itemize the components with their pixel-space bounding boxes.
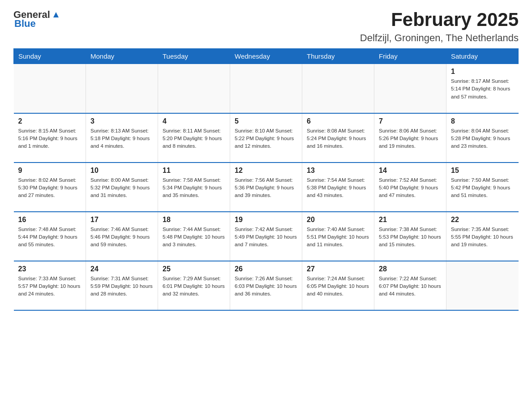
col-monday: Monday	[86, 49, 158, 64]
calendar-cell: 1Sunrise: 8:17 AM Sunset: 5:14 PM Daylig…	[446, 64, 519, 113]
col-friday: Friday	[374, 49, 446, 64]
calendar-week-row: 2Sunrise: 8:15 AM Sunset: 5:16 PM Daylig…	[14, 113, 519, 163]
day-number: 9	[18, 167, 82, 175]
calendar-cell: 2Sunrise: 8:15 AM Sunset: 5:16 PM Daylig…	[14, 113, 86, 163]
calendar-cell: 26Sunrise: 7:26 AM Sunset: 6:03 PM Dayli…	[230, 261, 302, 310]
day-info: Sunrise: 8:02 AM Sunset: 5:30 PM Dayligh…	[18, 176, 82, 200]
day-info: Sunrise: 7:24 AM Sunset: 6:05 PM Dayligh…	[307, 275, 369, 298]
calendar-week-row: 23Sunrise: 7:33 AM Sunset: 5:57 PM Dayli…	[14, 261, 519, 310]
logo-triangle-icon	[51, 9, 61, 19]
calendar-cell: 13Sunrise: 7:54 AM Sunset: 5:38 PM Dayli…	[302, 163, 374, 212]
calendar-cell: 11Sunrise: 7:58 AM Sunset: 5:34 PM Dayli…	[158, 163, 230, 212]
logo-blue-text: Blue	[14, 18, 36, 30]
day-info: Sunrise: 7:33 AM Sunset: 5:57 PM Dayligh…	[18, 275, 82, 298]
day-number: 3	[90, 117, 153, 125]
day-number: 20	[307, 216, 369, 224]
day-number: 13	[307, 167, 369, 175]
calendar-cell: 8Sunrise: 8:04 AM Sunset: 5:28 PM Daylig…	[446, 113, 519, 163]
day-info: Sunrise: 8:13 AM Sunset: 5:18 PM Dayligh…	[90, 127, 153, 150]
day-number: 7	[379, 117, 442, 125]
day-info: Sunrise: 7:38 AM Sunset: 5:53 PM Dayligh…	[379, 226, 442, 249]
day-info: Sunrise: 8:10 AM Sunset: 5:22 PM Dayligh…	[235, 127, 297, 150]
calendar-cell: 22Sunrise: 7:35 AM Sunset: 5:55 PM Dayli…	[446, 212, 519, 261]
calendar-cell: 25Sunrise: 7:29 AM Sunset: 6:01 PM Dayli…	[158, 261, 230, 310]
day-number: 28	[379, 265, 442, 273]
calendar-cell: 15Sunrise: 7:50 AM Sunset: 5:42 PM Dayli…	[446, 163, 519, 212]
day-info: Sunrise: 7:44 AM Sunset: 5:48 PM Dayligh…	[163, 226, 225, 249]
logo: General Blue	[13, 9, 61, 30]
calendar-week-row: 9Sunrise: 8:02 AM Sunset: 5:30 PM Daylig…	[14, 163, 519, 212]
calendar-cell: 19Sunrise: 7:42 AM Sunset: 5:49 PM Dayli…	[230, 212, 302, 261]
day-number: 6	[307, 117, 369, 125]
day-number: 5	[235, 117, 297, 125]
day-number: 24	[90, 265, 153, 273]
day-number: 14	[379, 167, 442, 175]
page-header: General Blue February 2025 Delfzijl, Gro…	[13, 9, 519, 44]
day-info: Sunrise: 7:58 AM Sunset: 5:34 PM Dayligh…	[163, 176, 225, 200]
calendar-subtitle: Delfzijl, Groningen, The Netherlands	[360, 32, 519, 44]
day-info: Sunrise: 8:15 AM Sunset: 5:16 PM Dayligh…	[18, 127, 82, 150]
title-block: February 2025 Delfzijl, Groningen, The N…	[360, 9, 519, 44]
day-number: 21	[379, 216, 442, 224]
day-number: 26	[235, 265, 297, 273]
day-number: 23	[18, 265, 82, 273]
calendar-cell: 23Sunrise: 7:33 AM Sunset: 5:57 PM Dayli…	[14, 261, 86, 310]
svg-marker-0	[53, 12, 59, 17]
day-number: 17	[90, 216, 153, 224]
day-info: Sunrise: 8:00 AM Sunset: 5:32 PM Dayligh…	[90, 176, 153, 200]
calendar-week-row: 1Sunrise: 8:17 AM Sunset: 5:14 PM Daylig…	[14, 64, 519, 113]
day-info: Sunrise: 7:29 AM Sunset: 6:01 PM Dayligh…	[163, 275, 225, 298]
calendar-cell: 4Sunrise: 8:11 AM Sunset: 5:20 PM Daylig…	[158, 113, 230, 163]
day-number: 19	[235, 216, 297, 224]
calendar-week-row: 16Sunrise: 7:48 AM Sunset: 5:44 PM Dayli…	[14, 212, 519, 261]
col-thursday: Thursday	[302, 49, 374, 64]
day-info: Sunrise: 7:26 AM Sunset: 6:03 PM Dayligh…	[235, 275, 297, 298]
day-info: Sunrise: 8:04 AM Sunset: 5:28 PM Dayligh…	[451, 127, 514, 150]
calendar-cell: 27Sunrise: 7:24 AM Sunset: 6:05 PM Dayli…	[302, 261, 374, 310]
day-info: Sunrise: 8:11 AM Sunset: 5:20 PM Dayligh…	[163, 127, 225, 150]
day-number: 12	[235, 167, 297, 175]
calendar-header-row: Sunday Monday Tuesday Wednesday Thursday…	[14, 49, 519, 64]
day-info: Sunrise: 7:56 AM Sunset: 5:36 PM Dayligh…	[235, 176, 297, 200]
calendar-title: February 2025	[360, 9, 519, 30]
day-info: Sunrise: 7:54 AM Sunset: 5:38 PM Dayligh…	[307, 176, 369, 200]
calendar-cell: 24Sunrise: 7:31 AM Sunset: 5:59 PM Dayli…	[86, 261, 158, 310]
calendar-cell: 9Sunrise: 8:02 AM Sunset: 5:30 PM Daylig…	[14, 163, 86, 212]
day-info: Sunrise: 7:35 AM Sunset: 5:55 PM Dayligh…	[451, 226, 514, 249]
day-number: 16	[18, 216, 82, 224]
day-info: Sunrise: 7:46 AM Sunset: 5:46 PM Dayligh…	[90, 226, 153, 249]
day-number: 1	[451, 68, 514, 76]
calendar-cell: 6Sunrise: 8:08 AM Sunset: 5:24 PM Daylig…	[302, 113, 374, 163]
day-info: Sunrise: 7:40 AM Sunset: 5:51 PM Dayligh…	[307, 226, 369, 249]
calendar-cell	[230, 64, 302, 113]
day-info: Sunrise: 7:50 AM Sunset: 5:42 PM Dayligh…	[451, 176, 514, 200]
day-info: Sunrise: 7:52 AM Sunset: 5:40 PM Dayligh…	[379, 176, 442, 200]
day-number: 25	[163, 265, 225, 273]
calendar-cell: 3Sunrise: 8:13 AM Sunset: 5:18 PM Daylig…	[86, 113, 158, 163]
calendar-cell: 12Sunrise: 7:56 AM Sunset: 5:36 PM Dayli…	[230, 163, 302, 212]
col-saturday: Saturday	[446, 49, 519, 64]
col-sunday: Sunday	[14, 49, 86, 64]
day-info: Sunrise: 8:06 AM Sunset: 5:26 PM Dayligh…	[379, 127, 442, 150]
calendar-table: Sunday Monday Tuesday Wednesday Thursday…	[13, 48, 519, 311]
day-number: 27	[307, 265, 369, 273]
calendar-cell: 7Sunrise: 8:06 AM Sunset: 5:26 PM Daylig…	[374, 113, 446, 163]
day-info: Sunrise: 7:48 AM Sunset: 5:44 PM Dayligh…	[18, 226, 82, 249]
calendar-cell: 5Sunrise: 8:10 AM Sunset: 5:22 PM Daylig…	[230, 113, 302, 163]
day-number: 4	[163, 117, 225, 125]
calendar-cell	[302, 64, 374, 113]
calendar-cell	[14, 64, 86, 113]
day-number: 8	[451, 117, 514, 125]
col-tuesday: Tuesday	[158, 49, 230, 64]
calendar-cell: 21Sunrise: 7:38 AM Sunset: 5:53 PM Dayli…	[374, 212, 446, 261]
calendar-cell	[86, 64, 158, 113]
calendar-cell: 18Sunrise: 7:44 AM Sunset: 5:48 PM Dayli…	[158, 212, 230, 261]
calendar-cell: 16Sunrise: 7:48 AM Sunset: 5:44 PM Dayli…	[14, 212, 86, 261]
calendar-cell	[374, 64, 446, 113]
calendar-cell: 14Sunrise: 7:52 AM Sunset: 5:40 PM Dayli…	[374, 163, 446, 212]
day-info: Sunrise: 7:22 AM Sunset: 6:07 PM Dayligh…	[379, 275, 442, 298]
day-info: Sunrise: 7:42 AM Sunset: 5:49 PM Dayligh…	[235, 226, 297, 249]
day-info: Sunrise: 8:08 AM Sunset: 5:24 PM Dayligh…	[307, 127, 369, 150]
calendar-cell: 20Sunrise: 7:40 AM Sunset: 5:51 PM Dayli…	[302, 212, 374, 261]
day-number: 2	[18, 117, 82, 125]
